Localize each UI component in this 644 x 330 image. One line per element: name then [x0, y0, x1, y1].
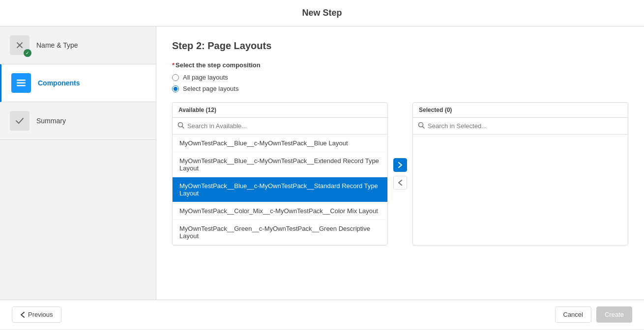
svg-line-6: [182, 127, 184, 129]
page-title: New Step: [302, 8, 342, 18]
available-search-icon: [177, 122, 184, 130]
move-right-button[interactable]: [393, 158, 407, 172]
radio-select-input[interactable]: [172, 85, 179, 92]
radio-all-input[interactable]: [172, 74, 179, 81]
previous-label: Previous: [28, 311, 53, 318]
sidebar-item-label-components: Components: [38, 79, 80, 87]
svg-rect-3: [17, 82, 26, 84]
components-icon: [11, 73, 31, 93]
modal-footer: Previous Cancel Create: [0, 300, 644, 329]
composition-label: *Select the step composition: [172, 61, 628, 69]
modal-header: New Step: [0, 0, 644, 27]
sidebar-item-label-name-type: Name & Type: [36, 41, 78, 49]
selected-items-list: [413, 135, 628, 245]
radio-select-layouts[interactable]: Select page layouts: [172, 85, 628, 92]
selected-search-container: [413, 118, 628, 135]
previous-button[interactable]: Previous: [12, 306, 61, 323]
sidebar-item-summary[interactable]: Summary: [0, 102, 156, 140]
completed-badge: ✓: [24, 49, 31, 57]
available-items-list: MyOwnTestPack__Blue__c-MyOwnTestPack__Bl…: [173, 135, 387, 245]
footer-right: Cancel Create: [555, 306, 633, 323]
available-search-container: [173, 118, 387, 135]
create-button[interactable]: Create: [596, 306, 632, 323]
main-content: Step 2: Page Layouts *Select the step co…: [156, 27, 644, 300]
svg-line-8: [423, 127, 425, 129]
svg-rect-4: [17, 85, 26, 86]
cancel-label: Cancel: [563, 311, 583, 318]
footer-left: Previous: [12, 306, 61, 323]
sidebar-item-label-summary: Summary: [36, 117, 66, 125]
list-item[interactable]: MyOwnTestPack__Blue__c-MyOwnTestPack__St…: [173, 177, 387, 202]
radio-select-label: Select page layouts: [183, 85, 238, 92]
radio-group: All page layouts Select page layouts: [172, 74, 628, 92]
selected-search-icon: [418, 122, 425, 130]
list-item[interactable]: MyOwnTestPack__Blue__c-MyOwnTestPack__Bl…: [173, 135, 387, 152]
selected-panel: Selected (0): [412, 102, 628, 246]
cancel-button[interactable]: Cancel: [555, 306, 591, 323]
sidebar-item-components[interactable]: Components: [0, 64, 156, 102]
selected-search-input[interactable]: [428, 122, 623, 130]
transfer-buttons: [388, 102, 412, 246]
selected-header: Selected (0): [413, 103, 628, 118]
create-label: Create: [605, 311, 624, 318]
sidebar: ✓ Name & Type Components Summary: [0, 27, 156, 300]
dual-listbox: Available (12) MyOwnTestPack__Blue__c-My…: [172, 102, 628, 246]
radio-all-label: All page layouts: [183, 74, 228, 81]
modal-body: ✓ Name & Type Components Summary: [0, 27, 644, 300]
svg-rect-2: [17, 80, 26, 81]
radio-all-layouts[interactable]: All page layouts: [172, 74, 628, 81]
required-star: *: [172, 61, 175, 69]
sidebar-item-name-type[interactable]: ✓ Name & Type: [0, 27, 156, 64]
name-type-icon: ✓: [10, 35, 29, 55]
move-left-button[interactable]: [393, 176, 407, 190]
step-title: Step 2: Page Layouts: [172, 40, 628, 52]
available-search-input[interactable]: [187, 122, 382, 130]
summary-icon: [10, 111, 29, 131]
list-item[interactable]: MyOwnTestPack__Color_Mix__c-MyOwnTestPac…: [173, 202, 387, 220]
list-item[interactable]: MyOwnTestPack__Blue__c-MyOwnTestPack__Ex…: [173, 152, 387, 177]
available-header: Available (12): [173, 103, 387, 118]
list-item[interactable]: MyOwnTestPack__Green__c-MyOwnTestPack__G…: [173, 220, 387, 245]
available-panel: Available (12) MyOwnTestPack__Blue__c-My…: [172, 102, 388, 246]
